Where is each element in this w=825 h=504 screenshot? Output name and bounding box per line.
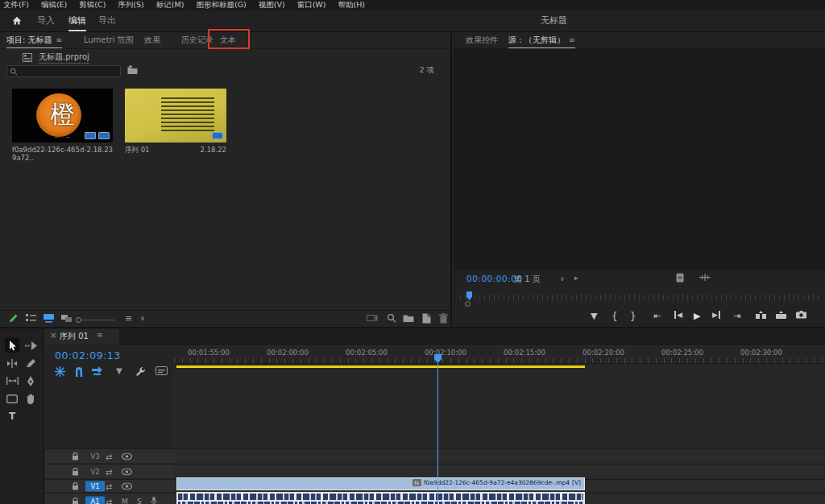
- search-input[interactable]: [6, 65, 121, 77]
- writable-pen-icon[interactable]: [8, 313, 19, 324]
- automate-to-sequence-icon[interactable]: [367, 313, 378, 323]
- track-select-forward-tool[interactable]: [23, 338, 38, 353]
- close-icon[interactable]: ×: [50, 331, 56, 340]
- ripple-edit-tool[interactable]: [5, 356, 19, 370]
- tab-effect-controls[interactable]: 效果控件: [466, 32, 498, 48]
- linked-selection-icon[interactable]: [92, 366, 103, 376]
- menu-window[interactable]: 窗口(W): [297, 0, 326, 10]
- tab-export[interactable]: 导出: [98, 10, 116, 31]
- mark-out-icon[interactable]: }: [630, 311, 636, 322]
- new-bin-icon[interactable]: [403, 313, 414, 323]
- settings-icon[interactable]: [676, 273, 684, 283]
- menu-help[interactable]: 帮助(H): [338, 0, 365, 10]
- sync-lock-icon[interactable]: ⇄: [106, 498, 112, 504]
- chevron-down-icon[interactable]: ∨: [560, 275, 565, 283]
- menu-clip[interactable]: 剪辑(C): [79, 0, 106, 10]
- video-clip[interactable]: fx f0a9dd22-126c-465d-9a72-e4a302869cde-…: [176, 477, 585, 490]
- tab-import[interactable]: 导入: [37, 10, 55, 31]
- delete-trash-icon[interactable]: [439, 313, 448, 324]
- step-back-icon[interactable]: ◀: [674, 311, 682, 319]
- step-forward-icon[interactable]: ▶: [712, 311, 720, 319]
- panel-menu-icon[interactable]: ≡: [569, 36, 575, 44]
- project-item-video-thumbnail[interactable]: 橙 — · —: [12, 89, 113, 143]
- tab-lumetri-scopes[interactable]: Lumetri 范围: [84, 32, 134, 48]
- timeline-timecode[interactable]: 00:02:09:13: [55, 349, 121, 361]
- lock-icon[interactable]: [72, 482, 79, 490]
- captions-icon[interactable]: [155, 366, 168, 375]
- track-target-v1[interactable]: V1: [85, 481, 105, 491]
- selection-tool[interactable]: [5, 338, 19, 353]
- bin-row[interactable]: 无标题.prproj: [23, 51, 89, 64]
- snap-magnet-icon[interactable]: [74, 366, 84, 377]
- solo-button[interactable]: S: [137, 498, 142, 504]
- track-header-v2[interactable]: V2 ⇄: [45, 464, 174, 478]
- track-output-eye-icon[interactable]: [122, 468, 132, 475]
- sync-lock-icon[interactable]: ⇄: [106, 467, 112, 476]
- track-target-v2[interactable]: V2: [85, 466, 105, 477]
- icon-view-icon[interactable]: [44, 313, 54, 323]
- sequence-tab[interactable]: × 序列 01 ≡: [45, 328, 119, 345]
- button-editor-icon[interactable]: [699, 273, 711, 282]
- menu-view[interactable]: 视图(V): [259, 0, 285, 10]
- list-view-icon[interactable]: [26, 313, 36, 323]
- menu-edit[interactable]: 编辑(E): [41, 0, 67, 10]
- go-to-out-icon[interactable]: ⇥: [733, 311, 740, 321]
- freeform-view-icon[interactable]: [61, 313, 73, 323]
- timeline-settings-wrench-icon[interactable]: [135, 366, 146, 377]
- sync-lock-icon[interactable]: ⇄: [106, 481, 112, 490]
- lock-icon[interactable]: [72, 452, 79, 461]
- hand-tool[interactable]: [23, 391, 38, 406]
- mark-in-icon[interactable]: {: [611, 311, 618, 322]
- menu-sequence[interactable]: 序列(S): [118, 0, 143, 10]
- export-frame-camera-icon[interactable]: [796, 311, 806, 319]
- project-item-sequence-thumbnail[interactable]: [125, 89, 226, 143]
- lock-icon[interactable]: [72, 468, 79, 476]
- new-item-icon[interactable]: [422, 313, 431, 324]
- zoom-slider-track[interactable]: [81, 320, 114, 320]
- page-selector[interactable]: 第 1 页: [514, 274, 541, 285]
- razor-tool[interactable]: [23, 356, 38, 370]
- panel-menu-icon[interactable]: ≡: [97, 331, 103, 339]
- menu-graphics-titles[interactable]: 图形和标题(G): [196, 0, 246, 10]
- home-icon[interactable]: [11, 15, 23, 27]
- track-output-eye-icon[interactable]: [122, 482, 132, 490]
- project-item-video-label[interactable]: f0a9dd22-126c-465d-9a72.. 2.18.23: [12, 146, 113, 162]
- tab-effects[interactable]: 效果: [144, 32, 160, 48]
- sort-chevron-down-icon[interactable]: ∨: [140, 315, 145, 322]
- track-target-a1[interactable]: A1: [85, 497, 105, 504]
- new-search-bin-icon[interactable]: [127, 65, 138, 75]
- play-icon[interactable]: ▶: [694, 311, 700, 321]
- go-to-in-icon[interactable]: ⇤: [653, 311, 661, 321]
- audio-clip[interactable]: [176, 492, 585, 504]
- insert-icon[interactable]: [756, 311, 766, 320]
- sort-icon[interactable]: ≡: [125, 313, 132, 324]
- panel-menu-icon[interactable]: ≡: [56, 36, 63, 44]
- track-header-v3[interactable]: V3 ⇄: [45, 448, 174, 463]
- tab-project[interactable]: 项目: 无标题≡: [6, 32, 62, 48]
- page-next-icon[interactable]: ▸: [574, 274, 578, 282]
- rectangle-tool[interactable]: [5, 391, 19, 406]
- find-icon[interactable]: [387, 313, 396, 323]
- menu-file[interactable]: 文件(F): [3, 0, 29, 10]
- overwrite-icon[interactable]: [776, 311, 786, 320]
- source-zoom-handle[interactable]: [465, 301, 471, 307]
- menu-markers[interactable]: 标记(M): [156, 0, 184, 10]
- project-item-sequence-label[interactable]: 序列 01 2.18.22: [125, 146, 226, 155]
- track-header-a1[interactable]: A1 ⇄ M S: [45, 493, 174, 504]
- lock-icon[interactable]: [72, 498, 79, 504]
- sync-lock-icon[interactable]: ⇄: [106, 452, 112, 461]
- work-area-bar[interactable]: [176, 366, 585, 368]
- track-lane-v2[interactable]: [174, 464, 825, 478]
- track-output-eye-icon[interactable]: [122, 452, 132, 460]
- timeline-playhead-line[interactable]: [437, 363, 438, 504]
- add-marker-icon[interactable]: ▼: [116, 366, 122, 375]
- tab-edit[interactable]: 编辑: [68, 10, 86, 31]
- source-scrubber[interactable]: [460, 291, 819, 301]
- mute-button[interactable]: M: [122, 498, 128, 504]
- add-marker-icon[interactable]: ▼: [591, 311, 597, 321]
- slip-tool[interactable]: [5, 374, 19, 388]
- track-target-v3[interactable]: V3: [85, 451, 105, 461]
- mic-icon[interactable]: [151, 497, 157, 504]
- tab-source-monitor[interactable]: 源：（无剪辑）≡: [508, 32, 575, 48]
- track-header-v1[interactable]: V1 ⇄: [45, 479, 174, 492]
